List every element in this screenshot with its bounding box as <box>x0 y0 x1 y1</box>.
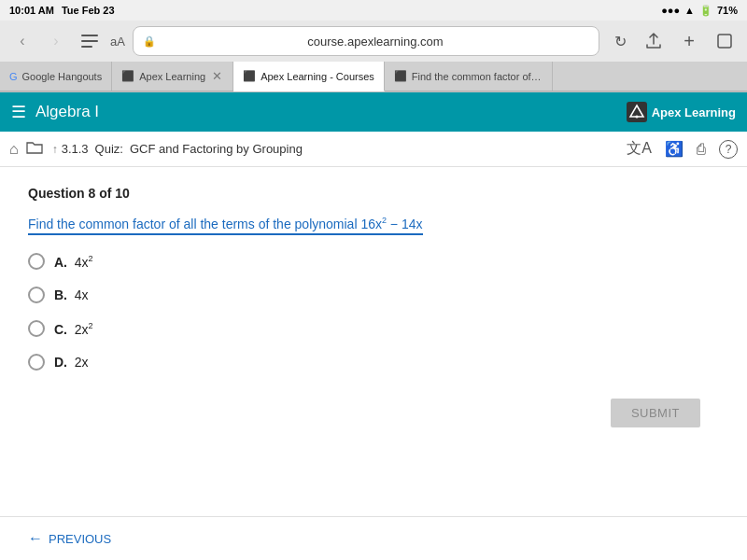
tab-apex-courses[interactable]: ⬛ Apex Learning - Courses <box>233 62 385 91</box>
apex-courses-favicon: ⬛ <box>243 70 256 82</box>
toolbar-icons: + <box>641 28 738 54</box>
home-icon[interactable]: ⌂ <box>9 141 19 158</box>
quiz-code: 3.1.3 <box>62 142 89 156</box>
options-list: A. 4x2 B. 4x C. 2x2 D. 2x <box>28 253 719 371</box>
breadcrumb-icons: ⌂ <box>9 140 43 159</box>
breadcrumb-up-arrow: ↑ <box>52 143 58 156</box>
apex-favicon: ⬛ <box>121 70 134 82</box>
svg-rect-2 <box>81 46 92 48</box>
option-c[interactable]: C. 2x2 <box>28 320 719 337</box>
app-header-left: ☰ Algebra I <box>11 102 99 122</box>
question-text: Find the common factor of all the terms … <box>28 217 423 235</box>
tab-apex[interactable]: ⬛ Apex Learning ✕ <box>112 62 233 91</box>
aa-text: aA <box>110 35 125 49</box>
app-header-right: Apex Learning <box>627 102 736 122</box>
tab-apex-close[interactable]: ✕ <box>210 70 223 83</box>
print-icon[interactable]: ⎙ <box>697 141 706 158</box>
tab-apex-label: Apex Learning <box>139 71 205 82</box>
tab-hangouts-label: Google Hangouts <box>22 71 103 82</box>
quiz-type: Quiz: <box>95 142 123 156</box>
tabs-button[interactable] <box>712 28 738 54</box>
tabs-bar: G Google Hangouts ⬛ Apex Learning ✕ ⬛ Ap… <box>0 62 747 91</box>
radio-b[interactable] <box>28 287 45 303</box>
option-b[interactable]: B. 4x <box>28 287 719 303</box>
reload-button[interactable]: ↻ <box>607 28 633 54</box>
share-button[interactable] <box>641 28 667 54</box>
tab-hangouts[interactable]: G Google Hangouts <box>0 62 112 91</box>
hangouts-favicon: G <box>9 71 18 82</box>
folder-icon[interactable] <box>26 140 43 159</box>
submit-button[interactable]: SUBMIT <box>611 399 700 427</box>
nav-bar: ‹ › aA 🔒 course.apexlearning.com ↻ <box>0 21 747 62</box>
hamburger-menu[interactable]: ☰ <box>11 102 26 122</box>
accessibility-icon[interactable]: ♿ <box>665 140 684 158</box>
tab-find-label: Find the common factor of all th... <box>412 71 543 82</box>
inner-content: Question 8 of 10 Find the common factor … <box>0 167 747 516</box>
signal-icon: ●●● <box>661 5 680 16</box>
breadcrumb-text: ↑ 3.1.3 Quiz: GCF and Factoring by Group… <box>52 142 303 156</box>
back-button[interactable]: ‹ <box>9 28 35 54</box>
option-b-label: B. 4x <box>54 287 89 302</box>
option-a[interactable]: A. 4x2 <box>28 253 719 270</box>
svg-marker-4 <box>630 105 643 117</box>
help-icon[interactable]: ? <box>719 140 738 159</box>
wifi-icon: ▲ <box>684 5 695 16</box>
battery-level: 71% <box>717 5 738 16</box>
forward-button[interactable]: › <box>43 28 69 54</box>
svg-point-5 <box>635 116 638 119</box>
prev-arrow-icon: ← <box>28 530 43 547</box>
app-header: ☰ Algebra I Apex Learning <box>0 92 747 132</box>
svg-rect-3 <box>718 35 731 48</box>
content-area: Question 8 of 10 Find the common factor … <box>0 167 747 560</box>
previous-button[interactable]: ← PREVIOUS <box>28 530 111 547</box>
question-container: Find the common factor of all the terms … <box>28 214 719 234</box>
app-title: Algebra I <box>35 103 99 121</box>
breadcrumb-right: 文A ♿ ⎙ ? <box>627 139 738 159</box>
find-favicon: ⬛ <box>394 70 407 82</box>
previous-label: PREVIOUS <box>49 532 111 546</box>
new-tab-button[interactable]: + <box>676 28 702 54</box>
footer-nav: ← PREVIOUS <box>0 516 747 560</box>
apex-icon <box>627 102 647 122</box>
tab-apex-courses-label: Apex Learning - Courses <box>261 71 374 82</box>
address-bar[interactable]: 🔒 course.apexlearning.com <box>133 26 599 56</box>
status-bar: 10:01 AM Tue Feb 23 ●●● ▲ 🔋 71% <box>0 0 747 21</box>
quiz-title: GCF and Factoring by Grouping <box>130 142 303 156</box>
url-text: course.apexlearning.com <box>162 35 589 49</box>
question-block: Question 8 of 10 Find the common factor … <box>28 186 719 371</box>
time: 10:01 AM <box>9 5 54 16</box>
browser-chrome: ‹ › aA 🔒 course.apexlearning.com ↻ <box>0 21 747 92</box>
radio-d[interactable] <box>28 354 45 371</box>
translate-icon[interactable]: 文A <box>627 139 652 159</box>
date: Tue Feb 23 <box>62 5 115 16</box>
radio-a[interactable] <box>28 253 45 270</box>
battery-icon: 🔋 <box>699 5 712 17</box>
question-header: Question 8 of 10 <box>28 186 719 201</box>
lock-icon: 🔒 <box>143 35 156 48</box>
option-d-label: D. 2x <box>54 355 89 370</box>
breadcrumb-bar: ⌂ ↑ 3.1.3 Quiz: GCF and Factoring by Gro… <box>0 132 747 167</box>
radio-c[interactable] <box>28 320 45 337</box>
svg-rect-1 <box>81 40 98 42</box>
option-d[interactable]: D. 2x <box>28 354 719 371</box>
bookmarks-button[interactable] <box>77 28 103 54</box>
apex-logo: Apex Learning <box>627 102 736 122</box>
apex-logo-text: Apex Learning <box>652 105 736 119</box>
option-a-label: A. 4x2 <box>54 254 93 270</box>
tab-find[interactable]: ⬛ Find the common factor of all th... <box>385 62 553 91</box>
submit-row: SUBMIT <box>28 399 719 427</box>
svg-rect-0 <box>81 35 98 36</box>
option-c-label: C. 2x2 <box>54 321 93 337</box>
